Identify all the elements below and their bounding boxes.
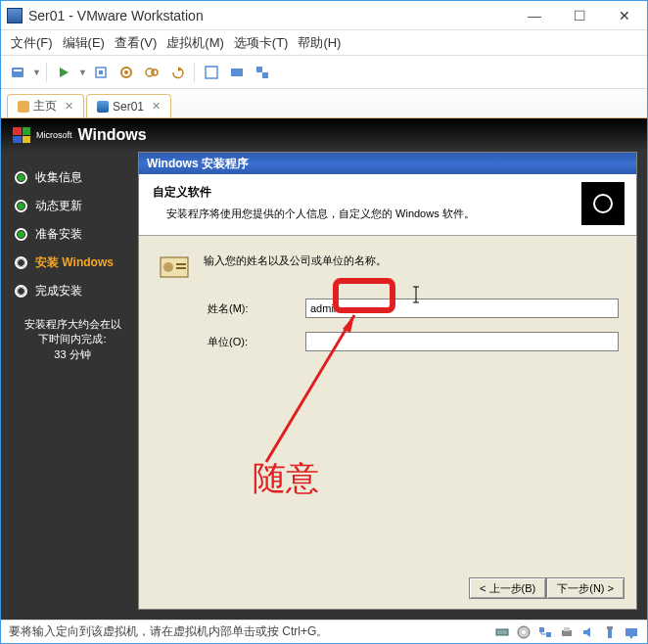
menu-edit[interactable]: 编辑(E) [63,34,105,52]
tab-vm-label: Ser01 [113,100,144,114]
svg-point-15 [163,262,173,272]
svg-rect-20 [496,629,508,635]
svg-point-8 [152,69,158,75]
svg-marker-2 [60,68,69,77]
menu-tabs[interactable]: 选项卡(T) [234,34,289,52]
fullscreen-icon[interactable] [226,62,248,83]
next-button[interactable]: 下一步(N) > [546,577,625,599]
svg-point-6 [124,70,128,74]
dropdown-arrow-icon[interactable]: ▼ [32,68,40,77]
revert-icon[interactable] [166,62,188,83]
radio-active-icon [15,256,27,269]
name-input[interactable] [305,299,619,318]
menu-vm[interactable]: 虚拟机(M) [166,34,224,52]
org-input[interactable] [305,332,619,351]
completion-estimate: 安装程序大约会在以 下时间内完成: 33 分钟 [15,317,130,362]
vmware-window: Ser01 - VMware Workstation — ☐ ✕ 文件(F) 编… [0,0,648,644]
svg-marker-31 [629,636,633,639]
step-finish: 完成安装 [15,283,130,299]
tab-ser01[interactable]: Ser01 ✕ [86,94,171,117]
close-icon[interactable]: ✕ [65,100,73,113]
installer-body: 收集信息 动态更新 准备安装 安装 Windows 完成安装 [1,152,647,620]
network-icon[interactable] [537,624,553,640]
dropdown-arrow-icon[interactable]: ▼ [78,68,86,77]
brand-prefix: Microsoft [36,131,72,140]
menu-help[interactable]: 帮助(H) [298,34,341,52]
step-label: 动态更新 [35,198,82,214]
fit-window-icon[interactable] [201,62,222,83]
menu-file[interactable]: 文件(F) [11,34,53,52]
svg-rect-29 [607,626,613,629]
window-controls: — ☐ ✕ [512,1,647,30]
home-icon [18,101,29,113]
snapshot-icon[interactable] [116,62,137,83]
unity-icon[interactable] [252,62,273,83]
tabs-bar: 主页 ✕ Ser01 ✕ [1,89,647,118]
maximize-button[interactable]: ☐ [557,1,602,30]
step-label: 收集信息 [35,169,82,186]
svg-rect-26 [564,627,570,631]
vm-content[interactable]: Microsoft Windows 收集信息 动态更新 准备安装 [1,118,647,620]
menu-view[interactable]: 查看(V) [115,34,157,52]
library-icon[interactable] [7,62,28,83]
svg-rect-1 [14,69,22,71]
svg-rect-30 [625,628,637,636]
install-disc-icon [581,182,625,225]
name-label: 姓名(M): [208,301,305,316]
svg-rect-10 [206,67,217,78]
wizard-prompt: 输入您的姓名以及公司或单位的名称。 [204,250,387,268]
svg-rect-28 [608,628,612,638]
cdrom-icon[interactable] [516,624,532,640]
vmware-app-icon [7,8,23,23]
toolbar: ▼ ▼ [1,56,647,89]
statusbar: 要将输入定向到该虚拟机，请在虚拟机内部单击或按 Ctrl+G。 [1,620,647,643]
titlebar: Ser01 - VMware Workstation — ☐ ✕ [1,1,647,30]
status-text: 要将输入定向到该虚拟机，请在虚拟机内部单击或按 Ctrl+G。 [9,623,494,640]
user-id-icon [157,250,192,285]
vm-icon [97,101,109,113]
windows-flag-icon [13,127,30,143]
svg-rect-4 [99,70,103,74]
power-on-icon[interactable] [53,62,74,83]
send-cad-icon[interactable] [90,62,112,83]
close-button[interactable]: ✕ [602,1,647,30]
radio-done-icon [15,228,27,241]
wizard-buttons: < 上一步(B) 下一步(N) > [469,577,625,599]
org-label: 单位(O): [208,335,305,349]
svg-rect-17 [176,267,186,269]
svg-rect-23 [539,627,544,632]
brand-name: Windows [78,126,147,144]
wizard-titlebar: Windows 安装程序 [139,153,636,174]
harddisk-icon[interactable] [494,624,510,640]
step-label: 准备安装 [35,226,82,243]
minimize-button[interactable]: — [512,1,557,30]
snapshot-manage-icon[interactable] [141,62,162,83]
message-icon[interactable] [624,624,639,640]
svg-rect-0 [12,68,23,77]
sound-icon[interactable] [580,624,596,640]
status-tray [494,624,639,640]
svg-marker-27 [583,627,590,637]
step-label: 完成安装 [35,283,82,299]
step-dynamic-update: 动态更新 [15,198,130,214]
usb-icon[interactable] [602,624,618,640]
tab-home-label: 主页 [33,98,57,115]
radio-done-icon [15,171,27,184]
step-label: 安装 Windows [35,254,114,271]
separator [194,63,195,82]
radio-done-icon [15,200,27,212]
printer-icon[interactable] [559,624,575,640]
svg-rect-12 [256,67,262,72]
wizard-subheading: 安装程序将使用您提供的个人信息，自定义您的 Windows 软件。 [153,207,623,221]
svg-rect-13 [262,72,268,78]
svg-rect-11 [231,69,243,76]
back-button[interactable]: < 上一步(B) [469,577,546,599]
install-sidebar: 收集信息 动态更新 准备安装 安装 Windows 完成安装 [1,152,138,620]
tab-home[interactable]: 主页 ✕ [7,94,84,117]
setup-wizard: Windows 安装程序 自定义软件 安装程序将使用您提供的个人信息，自定义您的… [138,152,637,610]
close-icon[interactable]: ✕ [152,100,161,113]
svg-point-22 [522,630,526,634]
window-title: Ser01 - VMware Workstation [28,8,512,23]
menubar: 文件(F) 编辑(E) 查看(V) 虚拟机(M) 选项卡(T) 帮助(H) [1,30,647,56]
wizard-content: 输入您的姓名以及公司或单位的名称。 姓名(M): 单位(O): [139,236,636,379]
